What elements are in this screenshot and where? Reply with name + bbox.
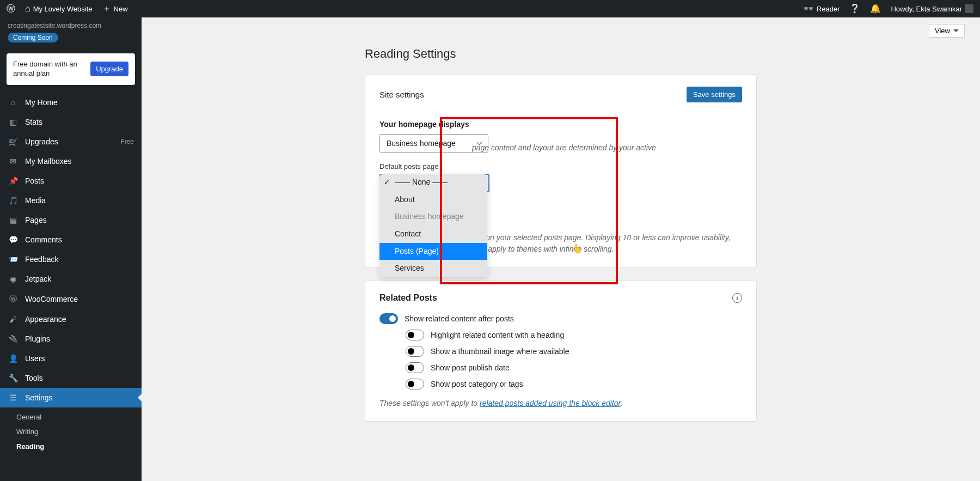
posts-page-select-wrap: — None — —— None —— About Business homep… — [379, 174, 742, 192]
toggle-highlight: Highlight related content with a heading — [406, 327, 742, 343]
sub-reading[interactable]: Reading — [9, 439, 142, 454]
label: Posts — [25, 176, 44, 185]
site-block: creatingatestsite.wordpress.com Coming S… — [0, 17, 142, 49]
pin-icon: 📌 — [8, 176, 19, 185]
homepage-value: Business homepage — [387, 139, 456, 148]
sidebar-item-tools[interactable]: 🔧Tools — [0, 368, 142, 388]
howdy-text: Howdy, Ekta Swarnkar — [891, 5, 962, 13]
save-button[interactable]: Save settings — [687, 87, 742, 102]
wrench-icon: 🔧 — [8, 374, 19, 382]
sidebar-item-appearance[interactable]: 🖌Appearance — [0, 309, 142, 329]
help-post: . — [621, 399, 623, 407]
toggle-knob — [408, 332, 414, 338]
sidebar-item-posts[interactable]: 📌Posts — [0, 171, 142, 191]
sidebar-item-comments[interactable]: 💬Comments — [0, 230, 142, 249]
panel-header: Site settings Save settings — [379, 87, 742, 102]
free-tag: Free — [120, 138, 134, 145]
label: Stats — [25, 118, 42, 126]
label: Appearance — [25, 315, 66, 324]
dd-option-contact[interactable]: Contact — [379, 226, 487, 243]
notifications-link[interactable]: 🔔 — [870, 4, 881, 13]
toggle-knob — [408, 381, 414, 387]
toggle-off[interactable] — [406, 346, 424, 357]
sidebar-item-jetpack[interactable]: ◉Jetpack — [0, 269, 142, 289]
label: WooCommerce — [25, 295, 78, 303]
site-name: My Lovely Website — [33, 5, 93, 13]
brush-icon: 🖌 — [8, 315, 19, 324]
toggle-label: Highlight related content with a heading — [431, 331, 564, 339]
site-url: creatingatestsite.wordpress.com — [8, 22, 134, 29]
new-label: New — [114, 5, 128, 13]
sidebar-item-upgrades[interactable]: 🛒UpgradesFree — [0, 132, 142, 151]
info-icon[interactable]: i — [732, 293, 742, 303]
dd-option-business[interactable]: Business homepage — [379, 208, 487, 226]
content-wrap: Reading Settings Site settings Save sett… — [365, 47, 757, 422]
sidebar-item-media[interactable]: 🎵Media — [0, 191, 142, 210]
chevron-down-icon — [953, 29, 959, 35]
coming-soon-badge: Coming Soon — [8, 33, 58, 42]
site-link[interactable]: ⌂My Lovely Website — [25, 4, 93, 13]
toggle-knob — [408, 364, 414, 371]
label: Pages — [25, 216, 47, 224]
adminbar: ⓦ ⌂My Lovely Website ＋New 👓Reader ❔ 🔔 Ho… — [0, 0, 980, 17]
toggle-label: Show related content after posts — [405, 314, 514, 323]
toggle-on[interactable] — [379, 313, 398, 324]
label: Plugins — [25, 334, 50, 343]
related-title-row: Related Posts i — [379, 293, 742, 303]
sidebar-item-pages[interactable]: ▤Pages — [0, 210, 142, 230]
cart-icon: 🛒 — [8, 137, 19, 146]
label: Users — [25, 354, 45, 363]
homepage-label: Your homepage displays — [379, 120, 742, 129]
home-icon: ⌂ — [25, 4, 30, 13]
adminbar-left: ⓦ ⌂My Lovely Website ＋New — [7, 4, 128, 13]
sidebar-item-plugins[interactable]: 🔌Plugins — [0, 329, 142, 349]
reader-label: Reader — [817, 5, 840, 13]
sub-general[interactable]: General — [9, 410, 142, 424]
sidebar-item-woocommerce[interactable]: ⓦWooCommerce — [0, 289, 142, 309]
jetpack-icon: ◉ — [8, 275, 19, 283]
toggle-label: Show post publish date — [431, 363, 510, 372]
sidebar-item-users[interactable]: 👤Users — [0, 349, 142, 368]
dd-option-none[interactable]: —— None —— — [379, 174, 487, 191]
reader-link[interactable]: 👓Reader — [803, 4, 840, 13]
toggle-category: Show post category or tags — [406, 376, 742, 392]
toggle-off[interactable] — [406, 379, 424, 389]
toggle-off[interactable] — [406, 362, 424, 373]
dd-option-about[interactable]: About — [379, 191, 487, 209]
sidebar-item-mailboxes[interactable]: ✉My Mailboxes — [0, 151, 142, 171]
toggle-off[interactable] — [406, 330, 424, 340]
toggle-thumbnail: Show a thumbnail image where available — [406, 343, 742, 360]
related-posts-panel: Related Posts i Show related content aft… — [365, 281, 757, 422]
mail-icon: ✉ — [8, 157, 19, 166]
sidebar-item-feedback[interactable]: 📨Feedback — [0, 249, 142, 269]
help-icon: ❔ — [849, 4, 860, 13]
sidebar-item-settings[interactable]: ☰Settings — [0, 388, 142, 407]
related-sub-options: Highlight related content with a heading… — [379, 327, 742, 392]
sidebar-item-myhome[interactable]: ⌂My Home — [0, 93, 142, 112]
profile-link[interactable]: Howdy, Ekta Swarnkar — [891, 4, 973, 13]
toggle-label: Show a thumbnail image where available — [431, 347, 569, 356]
dd-option-services[interactable]: Services — [379, 260, 487, 277]
help-link[interactable]: ❔ — [849, 4, 860, 13]
block-editor-link[interactable]: related posts added using the block edit… — [480, 399, 621, 407]
stats-icon: ▥ — [8, 118, 19, 126]
sub-writing[interactable]: Writing — [9, 424, 142, 439]
plug-icon: 🔌 — [8, 334, 19, 343]
toggle-show-related: Show related content after posts — [379, 310, 742, 327]
label: Upgrades — [25, 137, 58, 146]
view-button[interactable]: View — [929, 24, 965, 38]
wp-logo-link[interactable]: ⓦ — [7, 4, 15, 13]
panel-title: Site settings — [379, 90, 424, 99]
sidebar-item-stats[interactable]: ▥Stats — [0, 112, 142, 132]
upgrade-button[interactable]: Upgrade — [90, 62, 128, 76]
dd-option-posts[interactable]: Posts (Page) — [379, 243, 487, 260]
label: Media — [25, 196, 46, 205]
admin-menu: ⌂My Home ▥Stats 🛒UpgradesFree ✉My Mailbo… — [0, 93, 142, 407]
site-settings-panel: Site settings Save settings Your homepag… — [365, 74, 757, 267]
toggle-knob — [408, 348, 414, 355]
related-help: These settings won't apply to related po… — [379, 398, 742, 409]
help-pre: These settings won't apply to — [379, 399, 480, 407]
homepage-help: page content and layout are determined b… — [472, 142, 742, 154]
domain-text: Free domain with an annual plan — [13, 60, 85, 78]
new-link[interactable]: ＋New — [102, 4, 128, 13]
